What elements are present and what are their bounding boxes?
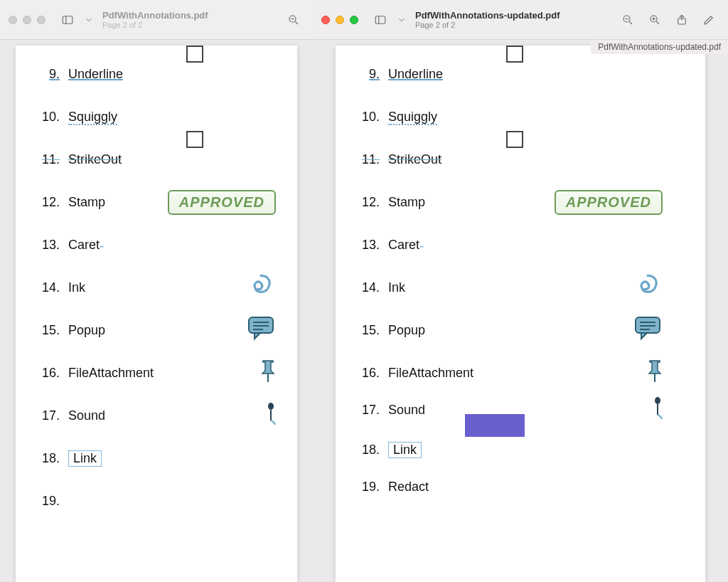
zoom-in-button[interactable]: [644, 11, 665, 29]
item-label: Underline: [68, 67, 123, 82]
item-label: Ink: [68, 280, 85, 295]
list-item: 17. Sound: [30, 394, 283, 437]
item-label: Squiggly: [68, 110, 117, 125]
viewport-right[interactable]: 9. Underline 10. Squiggly 11. StrikeOut …: [313, 40, 728, 582]
item-label: Caret: [388, 238, 419, 253]
item-number: 14.: [30, 280, 60, 295]
item-label: Popup: [68, 323, 105, 338]
caret-annotation[interactable]: ⌃: [98, 244, 105, 254]
sound-annotation[interactable]: [653, 396, 663, 423]
item-label: StrikeOut: [68, 152, 122, 167]
svg-line-3: [295, 21, 298, 24]
list-item: 13. Caret⌃: [350, 223, 691, 266]
item-label: Ink: [388, 280, 405, 295]
list-item: 18. Link: [30, 437, 283, 480]
stamp-annotation[interactable]: APPROVED: [555, 190, 663, 215]
link-annotation[interactable]: Link: [388, 442, 422, 458]
chevron-down-icon[interactable]: [397, 11, 407, 29]
list-item: 11. StrikeOut: [30, 138, 283, 181]
item-number: 12.: [350, 195, 380, 210]
list-item: 16. FileAttachment: [30, 351, 283, 394]
list-item: 14. Ink: [350, 266, 691, 309]
svg-point-28: [655, 397, 660, 404]
page-indicator-left: Page 2 of 2: [102, 21, 208, 29]
list-item: 16. FileAttachment: [350, 351, 691, 394]
checkbox-annotation[interactable]: [506, 46, 523, 63]
item-number: 11.: [350, 152, 380, 167]
minimize-button[interactable]: [336, 16, 344, 24]
list-item: 15. Popup: [350, 309, 691, 351]
toolbar-left: PdfWithAnnotations.pdf Page 2 of 2: [0, 0, 313, 40]
item-label: Caret: [68, 238, 100, 253]
item-number: 18.: [350, 443, 380, 457]
item-label: FileAttachment: [68, 366, 154, 381]
item-label: Sound: [388, 403, 425, 418]
link-annotation[interactable]: Link: [68, 450, 102, 467]
svg-line-15: [629, 21, 632, 24]
list-item: 12. Stamp APPROVED: [30, 181, 283, 223]
popup-annotation[interactable]: [634, 316, 663, 344]
sidebar-toggle-button[interactable]: [370, 11, 391, 29]
item-number: 19.: [30, 494, 60, 509]
list-item: 19. Redact: [350, 465, 691, 508]
list-item: 14. Ink: [30, 266, 283, 309]
item-number: 15.: [30, 323, 60, 338]
traffic-lights-right: [321, 16, 358, 24]
pdf-page-right: 9. Underline 10. Squiggly 11. StrikeOut …: [336, 46, 705, 582]
window-title-left: PdfWithAnnotations.pdf: [102, 10, 208, 21]
zoom-out-button[interactable]: [283, 11, 304, 29]
popup-annotation[interactable]: [247, 316, 276, 344]
item-number: 12.: [30, 195, 60, 210]
viewport-left[interactable]: 9. Underline 10. Squiggly 11. StrikeOut …: [0, 40, 313, 582]
item-label: Sound: [68, 408, 105, 423]
list-item: 12. Stamp APPROVED: [350, 181, 691, 223]
close-button[interactable]: [321, 16, 330, 24]
app-root: PdfWithAnnotations.pdf Page 2 of 2 9. Un…: [0, 0, 728, 582]
toolbar-right: PdfWithAnnotations-updated.pdf Page 2 of…: [313, 0, 728, 40]
title-block-right: PdfWithAnnotations-updated.pdf Page 2 of…: [415, 10, 560, 29]
item-number: 9.: [350, 67, 380, 82]
item-number: 9.: [30, 67, 60, 82]
window-left: PdfWithAnnotations.pdf Page 2 of 2 9. Un…: [0, 0, 313, 582]
zoom-out-button[interactable]: [617, 11, 638, 29]
item-number: 18.: [30, 451, 60, 466]
filename-banner: PdfWithAnnotations-updated.pdf: [591, 40, 728, 54]
zoom-button[interactable]: [350, 16, 358, 24]
item-label: Underline: [388, 67, 443, 82]
checkbox-annotation[interactable]: [506, 131, 523, 148]
chevron-down-icon[interactable]: [84, 11, 94, 29]
zoom-dot-inactive[interactable]: [37, 16, 46, 24]
item-label: Squiggly: [388, 110, 437, 125]
highlight-annotation[interactable]: [465, 414, 525, 437]
list-item: 19.: [30, 480, 283, 522]
share-button[interactable]: [671, 11, 692, 29]
caret-annotation[interactable]: ⌃: [418, 244, 425, 254]
list-item: 13. Caret⌃: [30, 223, 283, 266]
markup-button[interactable]: [698, 11, 719, 29]
pdf-page-left: 9. Underline 10. Squiggly 11. StrikeOut …: [16, 46, 297, 582]
file-attachment-annotation[interactable]: [260, 359, 276, 386]
svg-rect-12: [375, 16, 385, 23]
checkbox-annotation[interactable]: [186, 46, 203, 63]
ink-annotation[interactable]: [633, 271, 663, 304]
svg-point-10: [268, 403, 274, 410]
svg-rect-0: [63, 16, 73, 23]
file-attachment-annotation[interactable]: [647, 359, 663, 386]
checkbox-annotation[interactable]: [186, 131, 203, 148]
item-number: 17.: [30, 408, 60, 423]
sound-annotation[interactable]: [266, 402, 276, 429]
svg-line-18: [656, 21, 659, 24]
stamp-annotation[interactable]: APPROVED: [168, 190, 276, 215]
list-item: 18. Link: [350, 434, 691, 465]
ink-annotation[interactable]: [246, 271, 276, 304]
item-number: 16.: [30, 366, 60, 381]
item-number: 13.: [350, 238, 380, 253]
close-dot-inactive[interactable]: [9, 16, 17, 24]
minimize-dot-inactive[interactable]: [23, 16, 31, 24]
item-label: Stamp: [68, 195, 105, 210]
title-block-left: PdfWithAnnotations.pdf Page 2 of 2: [102, 10, 208, 29]
list-item: 15. Popup: [30, 309, 283, 351]
traffic-lights-left: [9, 16, 46, 24]
item-number: 17.: [350, 403, 380, 418]
sidebar-toggle-button[interactable]: [57, 11, 78, 29]
